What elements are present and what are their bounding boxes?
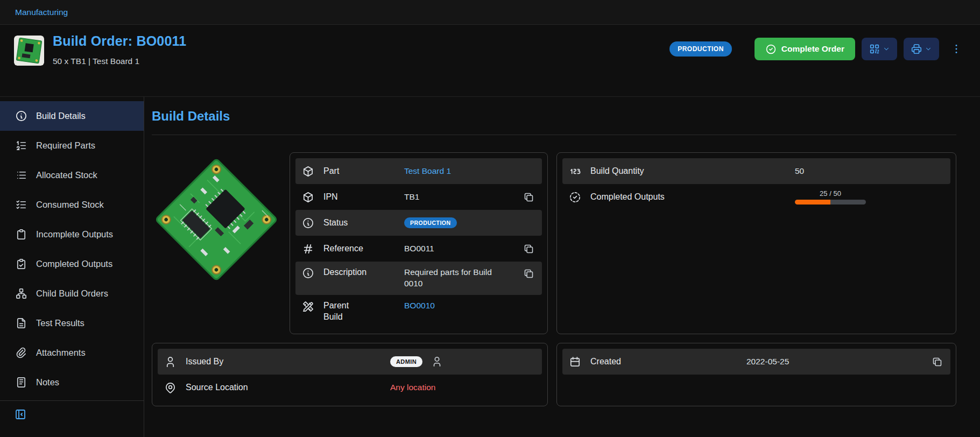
progress-track — [795, 200, 866, 205]
stat-row-build-quantity: Build Quantity 50 — [562, 158, 950, 184]
detail-label: Description — [323, 267, 404, 278]
sidebar-item-label: Required Parts — [36, 140, 95, 151]
copy-icon — [523, 243, 534, 255]
detail-row-reference: Reference BO0011 — [295, 236, 542, 262]
sidebar-item-completed-outputs[interactable]: Completed Outputs — [0, 249, 144, 279]
sidebar-item-required-parts[interactable]: Required Parts — [0, 131, 144, 160]
detail-label: Part — [323, 166, 404, 177]
parent-build-link[interactable]: BO0010 — [404, 300, 435, 312]
numbers-123-icon — [569, 165, 581, 178]
user-icon — [164, 356, 177, 368]
info-circle-icon — [302, 267, 314, 279]
sidebar-item-label: Test Results — [36, 318, 84, 328]
copy-created-button[interactable] — [930, 355, 944, 369]
map-pin-icon — [164, 382, 177, 394]
chevron-down-icon — [925, 45, 932, 53]
list-numbers-icon — [15, 139, 27, 152]
description-value: Required parts for Build 0010 — [404, 267, 498, 290]
clipboard-check-icon — [15, 258, 27, 270]
sidebar-item-label: Notes — [36, 377, 59, 387]
tools-icon — [302, 300, 314, 313]
clipboard-icon — [15, 228, 27, 241]
printer-icon — [911, 43, 922, 55]
info-circle-icon — [15, 110, 27, 122]
copy-icon — [932, 356, 943, 368]
issued-panel: Issued By ADMIN Source Location Any loca… — [152, 343, 548, 406]
barcode-actions-button[interactable] — [862, 38, 897, 60]
more-actions-button[interactable] — [949, 38, 964, 60]
issued-by-badge: ADMIN — [390, 356, 422, 367]
user-icon — [431, 356, 443, 368]
copy-icon — [523, 268, 534, 279]
sidebar-item-allocated-stock[interactable]: Allocated Stock — [0, 160, 144, 190]
sidebar-item-label: Allocated Stock — [36, 170, 97, 180]
detail-row-parent-build: Parent Build BO0010 — [295, 295, 542, 328]
row-issued-by: Issued By ADMIN — [158, 349, 542, 375]
status-pill: PRODUCTION — [404, 217, 457, 228]
info-circle-icon — [302, 217, 314, 229]
copy-description-button[interactable] — [522, 267, 535, 280]
page-subtitle: 50 x TB1 | Test Board 1 — [53, 57, 186, 66]
sidebar-item-notes[interactable]: Notes — [0, 368, 144, 397]
part-image-container — [152, 152, 281, 334]
row-source-location: Source Location Any location — [158, 375, 542, 400]
section-title: Build Details — [152, 109, 956, 124]
sidebar-item-incomplete-outputs[interactable]: Incomplete Outputs — [0, 220, 144, 249]
sidebar-item-consumed-stock[interactable]: Consumed Stock — [0, 190, 144, 220]
page-header: Build Order: BO0011 50 x TB1 | Test Boar… — [0, 25, 980, 97]
stat-row-completed-outputs: Completed Outputs 25 / 50 — [562, 184, 950, 210]
sidebar-item-child-build-orders[interactable]: Child Build Orders — [0, 279, 144, 308]
page-title: Build Order: BO0011 — [53, 33, 186, 49]
dots-vertical-icon — [950, 43, 962, 55]
sidebar-item-attachments[interactable]: Attachments — [0, 338, 144, 368]
chevron-down-icon — [883, 45, 890, 53]
build-details-panel: Part Test Board 1 IPN TB1 Status PRODUCT… — [290, 152, 548, 334]
detail-label: Parent Build — [323, 300, 404, 323]
file-report-icon — [15, 317, 27, 329]
part-link[interactable]: Test Board 1 — [404, 166, 451, 177]
box-icon — [302, 191, 314, 203]
detail-row-status: Status PRODUCTION — [295, 210, 542, 236]
progress-fill — [795, 200, 830, 205]
ipn-value: TB1 — [404, 192, 419, 203]
part-image — [152, 154, 281, 285]
stat-label: Build Quantity — [590, 166, 795, 177]
print-actions-button[interactable] — [904, 38, 939, 60]
sidebar-collapse-icon — [14, 408, 27, 421]
detail-row-ipn: IPN TB1 — [295, 184, 542, 210]
row-created: Created 2022-05-25 — [562, 349, 950, 375]
box-icon — [302, 165, 314, 178]
sidebar-item-label: Completed Outputs — [36, 259, 112, 269]
created-label: Created — [590, 356, 746, 368]
status-badge: PRODUCTION — [669, 41, 732, 57]
detail-row-description: Description Required parts for Build 001… — [295, 262, 542, 295]
sidebar-item-label: Build Details — [36, 111, 86, 121]
sidebar-collapse-button[interactable] — [14, 408, 27, 421]
progress-check-icon — [569, 191, 581, 203]
copy-ipn-button[interactable] — [522, 191, 535, 204]
complete-order-button[interactable]: Complete Order — [755, 38, 855, 60]
completed-outputs-progress: 25 / 50 — [795, 189, 866, 205]
detail-label: Reference — [323, 243, 404, 255]
copy-reference-button[interactable] — [522, 242, 535, 256]
title-block: Build Order: BO0011 50 x TB1 | Test Boar… — [53, 33, 186, 66]
sidebar-item-label: Child Build Orders — [36, 288, 108, 299]
detail-label: Status — [323, 217, 404, 229]
qrcode-icon — [869, 43, 880, 55]
sidebar-item-build-details[interactable]: Build Details — [0, 101, 144, 131]
circle-check-icon — [765, 44, 777, 55]
breadcrumb-link-manufacturing[interactable]: Manufacturing — [15, 8, 68, 17]
copy-icon — [523, 192, 534, 203]
list-icon — [15, 169, 27, 181]
list-check-icon — [15, 199, 27, 211]
header-actions: PRODUCTION Complete Order — [669, 38, 964, 60]
breadcrumb: Manufacturing — [0, 0, 980, 25]
created-panel: Created 2022-05-25 — [556, 343, 956, 406]
build-thumbnail[interactable] — [14, 36, 44, 66]
sidebar-footer — [0, 400, 144, 427]
sidebar-item-test-results[interactable]: Test Results — [0, 308, 144, 338]
progress-label: 25 / 50 — [795, 189, 866, 198]
created-value: 2022-05-25 — [746, 356, 789, 368]
sidebar-item-label: Consumed Stock — [36, 200, 104, 210]
build-quantity-value: 50 — [795, 166, 804, 177]
